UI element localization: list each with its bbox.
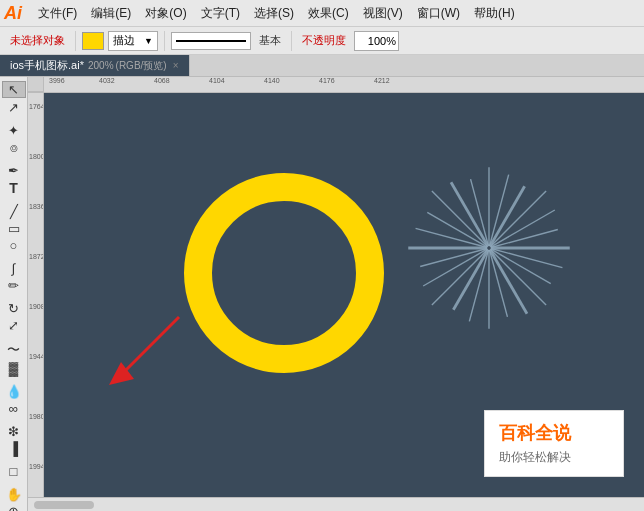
tool-direct-select[interactable]: ↗ bbox=[2, 100, 26, 115]
toolbar-sep-1 bbox=[75, 31, 76, 51]
tool-rect[interactable]: ▭ bbox=[2, 221, 26, 236]
ruler-v-mark-1: 1800 bbox=[29, 153, 44, 160]
ruler-h-mark-0: 3996 bbox=[49, 77, 65, 84]
toolbar-sep-2 bbox=[164, 31, 165, 51]
ruler-h-mark-6: 4212 bbox=[374, 77, 390, 84]
ruler-horizontal: 3996 4032 4068 4104 4140 4176 4212 bbox=[28, 77, 644, 93]
tool-hand[interactable]: ✋ bbox=[2, 487, 26, 502]
app-logo: Ai bbox=[4, 4, 22, 22]
tool-warp[interactable]: 〜 bbox=[2, 341, 26, 359]
ruler-v-mark-3: 1872 bbox=[29, 253, 44, 260]
stroke-dropdown[interactable]: 描边 ▼ bbox=[108, 31, 158, 51]
menu-view[interactable]: 视图(V) bbox=[357, 3, 409, 24]
menu-file[interactable]: 文件(F) bbox=[32, 3, 83, 24]
tool-paintbrush[interactable]: ∫ bbox=[2, 261, 26, 276]
menu-object[interactable]: 对象(O) bbox=[139, 3, 192, 24]
menu-select[interactable]: 选择(S) bbox=[248, 3, 300, 24]
canvas-with-ruler: 1764 1800 1836 1872 1908 1944 1980 1994 bbox=[28, 93, 644, 497]
tool-rotate[interactable]: ↻ bbox=[2, 301, 26, 316]
ruler-v-mark-4: 1908 bbox=[29, 303, 44, 310]
scrollbar-thumb[interactable] bbox=[34, 501, 94, 509]
tool-magic-wand[interactable]: ✦ bbox=[2, 123, 26, 138]
ruler-h-mark-2: 4068 bbox=[154, 77, 170, 84]
ruler-v-mark-7: 1994 bbox=[29, 463, 44, 470]
ruler-h-mark-1: 4032 bbox=[99, 77, 115, 84]
tool-blend[interactable]: ∞ bbox=[2, 401, 26, 416]
svg-line-5 bbox=[489, 250, 507, 317]
ruler-h-mark-5: 4176 bbox=[319, 77, 335, 84]
tool-lasso[interactable]: ⌾ bbox=[2, 140, 26, 155]
main-area: ↖ ↗ ✦ ⌾ ✒ T ╱ ▭ ○ ∫ ✏ ↻ ⤢ 〜 ▓ 💧 ∞ ❇ ▐ □ … bbox=[0, 77, 644, 511]
ruler-h-inner: 3996 4032 4068 4104 4140 4176 4212 bbox=[44, 77, 644, 92]
tab-colormode: (RGB/预览) bbox=[116, 59, 167, 73]
svg-line-7 bbox=[469, 250, 488, 322]
ruler-v-mark-5: 1944 bbox=[29, 353, 44, 360]
ruler-corner bbox=[28, 77, 44, 92]
fill-color-box[interactable] bbox=[82, 32, 104, 50]
canvas-area[interactable]: 百科全说 助你轻松解决 bbox=[44, 93, 644, 497]
tool-pencil[interactable]: ✏ bbox=[2, 278, 26, 293]
tool-select[interactable]: ↖ bbox=[2, 81, 26, 98]
tool-symbol[interactable]: ❇ bbox=[2, 424, 26, 439]
tooltip-box: 百科全说 助你轻松解决 bbox=[484, 410, 624, 477]
tab-close-icon[interactable]: × bbox=[173, 60, 179, 71]
tool-scale[interactable]: ⤢ bbox=[2, 318, 26, 333]
svg-line-11 bbox=[420, 248, 487, 266]
menu-edit[interactable]: 编辑(E) bbox=[85, 3, 137, 24]
toolbar: 未选择对象 描边 ▼ 基本 不透明度 bbox=[0, 27, 644, 55]
ruler-vertical: 1764 1800 1836 1872 1908 1944 1980 1994 bbox=[28, 93, 44, 497]
stroke-preview bbox=[171, 32, 251, 50]
tab-filename: ios手机图标.ai* bbox=[10, 58, 84, 73]
tool-eyedropper[interactable]: 💧 bbox=[2, 384, 26, 399]
menu-text[interactable]: 文字(T) bbox=[195, 3, 246, 24]
svg-line-1 bbox=[491, 248, 563, 267]
starburst bbox=[394, 153, 584, 343]
horizontal-scrollbar[interactable] bbox=[28, 497, 644, 511]
svg-line-24 bbox=[119, 317, 179, 377]
stroke-line bbox=[176, 40, 246, 42]
opacity-input[interactable] bbox=[354, 31, 399, 51]
tool-column-graph[interactable]: ▐ bbox=[2, 441, 26, 456]
tooltip-title: 百科全说 bbox=[499, 421, 609, 445]
tool-pen[interactable]: ✒ bbox=[2, 163, 26, 178]
yellow-ring bbox=[184, 173, 384, 373]
red-arrow bbox=[99, 307, 199, 387]
ruler-v-mark-0: 1764 bbox=[29, 103, 44, 110]
tab-mode: 200% bbox=[88, 60, 114, 71]
menu-effect[interactable]: 效果(C) bbox=[302, 3, 355, 24]
tab-bar: ios手机图标.ai* 200% (RGB/预览) × bbox=[0, 55, 644, 77]
stroke-base-label: 基本 bbox=[255, 33, 285, 48]
stroke-dropdown-arrow: ▼ bbox=[144, 36, 153, 46]
tool-gradient[interactable]: ▓ bbox=[2, 361, 26, 376]
tooltip-subtitle: 助你轻松解决 bbox=[499, 449, 609, 466]
tool-text[interactable]: T bbox=[2, 180, 26, 196]
tool-zoom[interactable]: ⊕ bbox=[2, 504, 26, 511]
tool-ellipse[interactable]: ○ bbox=[2, 238, 26, 253]
tool-line[interactable]: ╱ bbox=[2, 204, 26, 219]
canvas-container: 3996 4032 4068 4104 4140 4176 4212 1764 … bbox=[28, 77, 644, 511]
svg-line-19 bbox=[489, 175, 508, 247]
ruler-h-mark-3: 4104 bbox=[209, 77, 225, 84]
svg-line-13 bbox=[416, 228, 488, 247]
ruler-v-mark-2: 1836 bbox=[29, 203, 44, 210]
ruler-v-mark-6: 1980 bbox=[29, 413, 44, 420]
ruler-h-mark-4: 4140 bbox=[264, 77, 280, 84]
svg-line-23 bbox=[491, 230, 558, 248]
left-toolbar: ↖ ↗ ✦ ⌾ ✒ T ╱ ▭ ○ ∫ ✏ ↻ ⤢ 〜 ▓ 💧 ∞ ❇ ▐ □ … bbox=[0, 77, 28, 511]
menu-window[interactable]: 窗口(W) bbox=[411, 3, 466, 24]
svg-line-17 bbox=[471, 179, 489, 246]
tool-artboard[interactable]: □ bbox=[2, 464, 26, 479]
opacity-label: 不透明度 bbox=[298, 33, 350, 48]
menu-help[interactable]: 帮助(H) bbox=[468, 3, 521, 24]
active-tab[interactable]: ios手机图标.ai* 200% (RGB/预览) × bbox=[0, 55, 190, 76]
toolbar-sep-3 bbox=[291, 31, 292, 51]
selection-label: 未选择对象 bbox=[6, 33, 69, 48]
menu-bar: Ai 文件(F) 编辑(E) 对象(O) 文字(T) 选择(S) 效果(C) 视… bbox=[0, 0, 644, 27]
